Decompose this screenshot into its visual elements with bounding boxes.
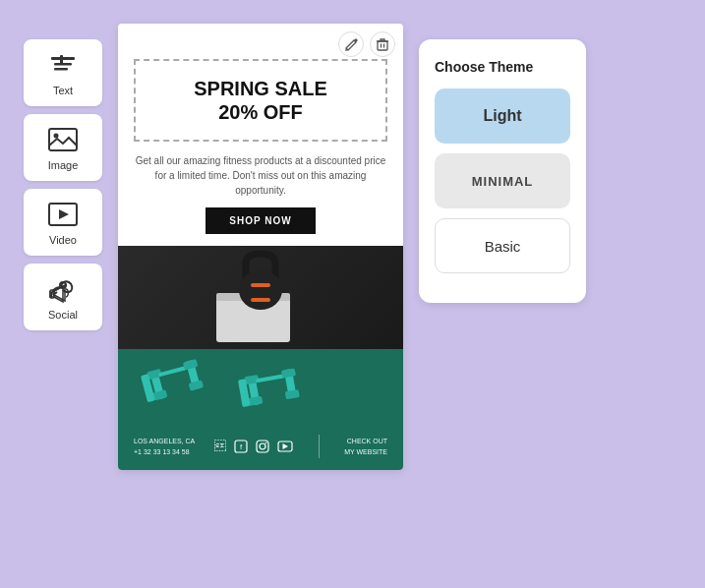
theme-panel: Choose Theme Light MINIMAL Basic (419, 39, 586, 303)
svg-rect-27 (256, 374, 285, 382)
main-container: Text Image Video (0, 0, 705, 588)
theme-panel-title: Choose Theme (435, 59, 570, 75)
facebook-icon[interactable]:  (214, 440, 226, 453)
sidebar-video-label: Video (49, 234, 77, 246)
email-cta-button[interactable]: SHOP NOW (206, 207, 315, 234)
svg-marker-38 (282, 443, 288, 449)
svg-rect-26 (248, 396, 263, 406)
svg-rect-2 (54, 68, 68, 71)
youtube-icon[interactable] (277, 441, 293, 452)
svg-rect-21 (183, 359, 199, 370)
email-title: SPRING SALE 20% OFF (147, 77, 374, 124)
email-header-section: SPRING SALE 20% OFF (134, 59, 387, 142)
social-icon (47, 273, 79, 305)
email-footer: LOS ANGELES, CA +1 32 33 13 34 58  f (118, 423, 403, 470)
kettlebell-area (118, 246, 403, 354)
sidebar-item-image[interactable]: Image (24, 114, 102, 181)
video-icon (47, 199, 79, 230)
svg-rect-22 (189, 380, 205, 390)
svg-rect-29 (281, 368, 296, 378)
svg-point-13 (239, 270, 282, 310)
footer-divider (319, 435, 320, 458)
text-icon (47, 49, 79, 81)
sidebar-item-social[interactable]: Social (24, 264, 102, 330)
theme-option-basic[interactable]: Basic (435, 218, 570, 273)
svg-rect-34 (257, 441, 268, 452)
sidebar-text-label: Text (53, 85, 73, 96)
sidebar-item-text[interactable]: Text (24, 39, 102, 106)
svg-rect-3 (60, 55, 63, 65)
delete-button[interactable] (370, 31, 395, 57)
sidebar-image-label: Image (48, 159, 79, 171)
edit-button[interactable] (338, 31, 364, 57)
theme-option-minimal[interactable]: MINIMAL (435, 153, 570, 208)
dumbbell-area (118, 349, 403, 423)
email-preview: SPRING SALE 20% OFF Get all our amazing … (118, 24, 403, 470)
instagram-icon[interactable] (256, 440, 269, 453)
footer-location: LOS ANGELES, CA +1 32 33 13 34 58 (134, 436, 195, 457)
footer-checkout: CHECK OUT MY WEBSITE (344, 436, 387, 457)
svg-rect-30 (285, 389, 300, 399)
svg-point-5 (54, 134, 59, 139)
sidebar-item-video[interactable]: Video (24, 189, 102, 256)
email-body-text: Get all our amazing fitness products at … (118, 153, 403, 207)
preview-toolbar (338, 31, 395, 57)
svg-rect-19 (158, 366, 188, 378)
image-icon (47, 124, 79, 155)
svg-text:f: f (240, 442, 243, 451)
svg-rect-10 (378, 41, 387, 50)
sidebar: Text Image Video (24, 39, 102, 330)
theme-option-light[interactable]: Light (435, 88, 570, 144)
svg-rect-15 (251, 298, 270, 302)
sidebar-social-label: Social (48, 309, 78, 321)
facebook-icon-svg[interactable]: f (234, 440, 248, 453)
svg-rect-4 (49, 129, 77, 150)
footer-social:  f (214, 440, 293, 453)
email-image-section (118, 246, 403, 423)
svg-point-36 (265, 442, 267, 444)
svg-rect-14 (251, 283, 270, 287)
svg-marker-7 (59, 209, 69, 219)
svg-point-35 (260, 443, 265, 449)
